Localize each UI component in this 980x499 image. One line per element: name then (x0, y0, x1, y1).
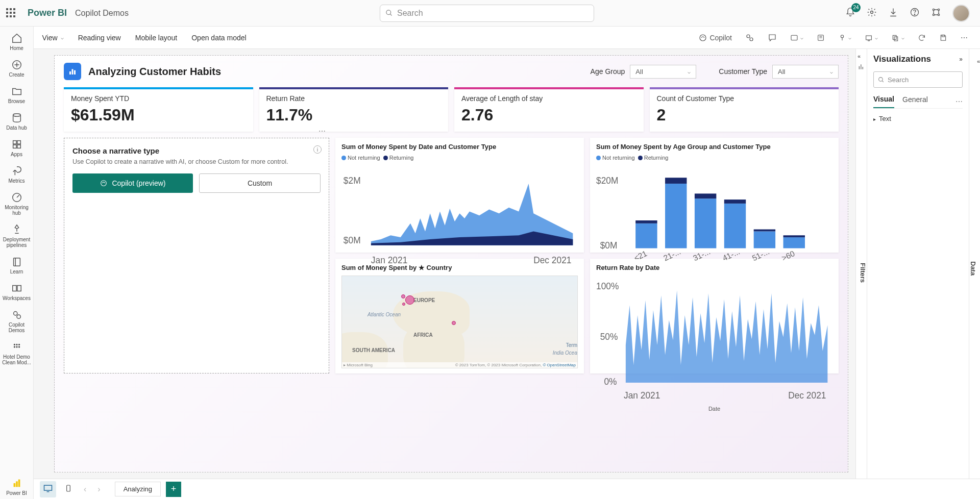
prev-page-icon[interactable]: ‹ (81, 483, 89, 496)
report-canvas: Analyzing Customer Habits Age Group All⌵… (54, 55, 848, 472)
settings-icon[interactable] (867, 7, 877, 19)
nav-metrics[interactable]: Metrics (0, 162, 33, 187)
nav-home[interactable]: Home (0, 30, 33, 54)
menu-open-data-model[interactable]: Open data model (191, 34, 246, 42)
nav-datahub[interactable]: Data hub (0, 109, 33, 134)
svg-rect-37 (13, 483, 15, 487)
svg-text:<21: <21 (632, 249, 648, 263)
explore-icon[interactable] (743, 31, 756, 44)
subscribe-icon[interactable]: ⌵ (788, 32, 805, 44)
custom-button[interactable]: Custom (199, 173, 321, 193)
svg-point-5 (933, 9, 934, 10)
app-launcher-icon[interactable] (6, 8, 16, 18)
pin-icon[interactable]: ⌵ (836, 32, 853, 44)
copilot-preview-button[interactable]: Copilot (preview) (72, 173, 193, 193)
kpi-return-rate[interactable]: Return Rate11.7% (259, 87, 449, 132)
nav-learn[interactable]: Learn (0, 253, 33, 278)
filters-pane[interactable]: « Filters (855, 49, 867, 479)
svg-text:100%: 100% (596, 281, 619, 291)
svg-rect-28 (17, 286, 20, 291)
menu-mobile-layout[interactable]: Mobile layout (135, 34, 178, 42)
nav-copilot-demos[interactable]: Copilot Demos (0, 306, 33, 336)
copy-icon[interactable]: ⌵ (889, 32, 906, 44)
filter-customer-label: Customer Type (719, 67, 767, 76)
report-logo-icon (64, 63, 81, 80)
desktop-view-icon[interactable] (40, 481, 56, 497)
menu-view[interactable]: View⌵ (42, 34, 64, 42)
notifications-icon[interactable]: 24 (845, 7, 855, 19)
svg-rect-55 (695, 193, 716, 198)
tab-general[interactable]: General (902, 95, 928, 108)
avatar[interactable] (952, 5, 970, 22)
save-icon[interactable] (937, 32, 949, 44)
export-icon[interactable]: ⌵ (863, 32, 880, 44)
page-tab-bar: ‹ › Analyzing + (34, 479, 980, 499)
search-input[interactable]: Search (380, 5, 594, 22)
filter-age-dropdown[interactable]: All⌵ (630, 65, 696, 79)
info-icon[interactable]: i (313, 145, 322, 154)
nav-monitoring[interactable]: Monitoring hub (0, 189, 33, 219)
search-icon (385, 9, 393, 17)
svg-rect-12 (791, 35, 797, 40)
nav-powerbi[interactable]: Power BI (0, 475, 33, 499)
tab-visual[interactable]: Visual (873, 95, 894, 108)
chart-money-by-age[interactable]: Sum of Money Spent by Age Group and Cust… (590, 138, 839, 253)
nav-workspaces[interactable]: Workspaces (0, 280, 33, 304)
mobile-view-icon[interactable] (61, 481, 76, 497)
expand-icon[interactable]: » (959, 56, 963, 63)
chart-money-by-country[interactable]: Sum of Money Spent by ★ Country EUROPE A… (335, 259, 584, 373)
filter-customer-dropdown[interactable]: All⌵ (772, 65, 839, 79)
viz-search-input[interactable]: Search (873, 71, 963, 88)
svg-text:21-...: 21-... (662, 247, 682, 262)
nav-browse[interactable]: Browse (0, 83, 33, 107)
chart-money-by-date[interactable]: Sum of Money Spent by Date and Customer … (335, 138, 584, 253)
menu-reading-view[interactable]: Reading view (78, 34, 121, 42)
kpi-length-of-stay[interactable]: Average of Length of stay2.76 (454, 87, 644, 132)
bookmark-icon[interactable] (815, 32, 827, 44)
next-page-icon[interactable]: › (94, 483, 103, 496)
visualizations-pane: Visualizations» Search Visual General ⋯ … (867, 49, 969, 479)
svg-rect-54 (695, 198, 716, 248)
nav-hotel-demo[interactable]: Hotel Demo Clean Mod... (0, 338, 33, 368)
collapse-icon[interactable]: « (857, 53, 861, 59)
svg-point-36 (18, 346, 19, 347)
connections-icon[interactable] (931, 7, 941, 19)
comment-icon[interactable] (766, 31, 779, 44)
svg-point-73 (879, 77, 883, 81)
svg-text:$0M: $0M (600, 240, 618, 250)
svg-text:51-...: 51-... (751, 247, 771, 262)
svg-point-29 (13, 312, 17, 315)
download-icon[interactable] (888, 7, 898, 19)
svg-rect-59 (754, 229, 775, 231)
add-page-button[interactable]: + (166, 482, 181, 497)
visual-more-icon[interactable]: ⋯ (318, 127, 327, 135)
viz-pane-title: Visualizations (873, 54, 931, 64)
svg-rect-27 (12, 286, 16, 291)
breadcrumb[interactable]: Copilot Demos (75, 9, 129, 18)
svg-point-8 (938, 14, 939, 15)
svg-rect-18 (942, 35, 944, 36)
menu-bar: File⌵ View⌵ Reading view Mobile layout O… (0, 27, 980, 49)
kpi-customer-type-count[interactable]: Count of Customer Type2 (650, 87, 839, 132)
svg-point-20 (13, 114, 20, 117)
page-tab-analyzing[interactable]: Analyzing (115, 482, 161, 496)
kpi-money-spent[interactable]: Money Spent YTD$61.59M (64, 87, 253, 132)
help-icon[interactable] (910, 7, 920, 19)
chart-return-rate-by-date[interactable]: Return Rate by Date 100% 50% 0% Jan 2021… (590, 259, 839, 373)
more-icon[interactable]: ⋯ (959, 32, 970, 44)
svg-rect-24 (17, 145, 20, 148)
data-pane[interactable]: « Data (969, 49, 980, 479)
svg-text:Jan 2021: Jan 2021 (371, 255, 407, 265)
svg-text:0%: 0% (604, 377, 617, 387)
nav-apps[interactable]: Apps (0, 136, 33, 160)
tabs-more-icon[interactable]: ⋯ (955, 97, 963, 106)
section-text[interactable]: ▸Text (873, 115, 963, 122)
nav-create[interactable]: Create (0, 56, 33, 81)
nav-deployment[interactable]: Deployment pipelines (0, 221, 33, 251)
narrative-visual[interactable]: ⋯ i Choose a narrative type Use Copilot … (64, 138, 329, 373)
svg-point-30 (17, 315, 20, 318)
narrative-title: Choose a narrative type (72, 146, 321, 155)
refresh-icon[interactable] (916, 32, 928, 44)
svg-rect-26 (13, 258, 20, 266)
copilot-button[interactable]: Copilot (696, 31, 734, 44)
